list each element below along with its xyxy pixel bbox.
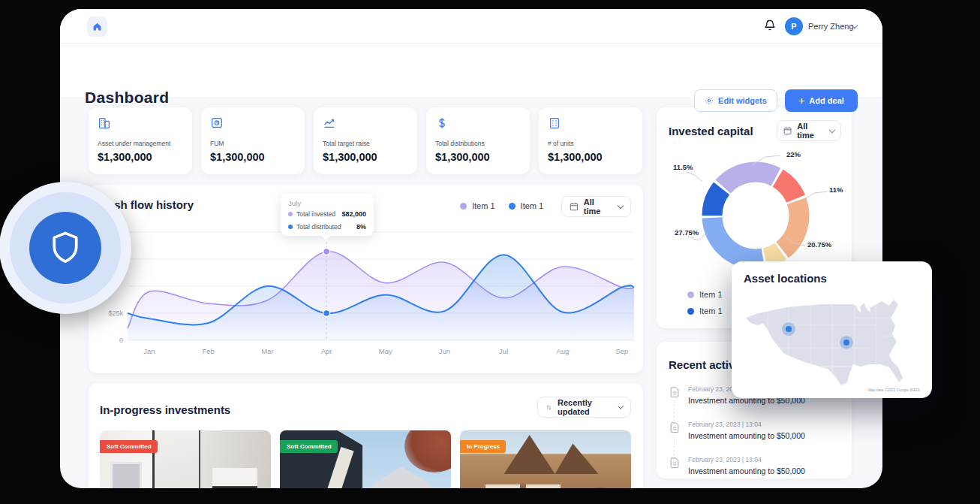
shield-circle xyxy=(29,212,101,284)
donut-label-2775: 27.75% xyxy=(675,228,699,237)
stat-label: # of units xyxy=(548,140,633,147)
legend-item[interactable]: Item 1 xyxy=(509,201,544,210)
chart-line-icon xyxy=(323,116,336,130)
document-icon xyxy=(669,421,681,433)
stat-card-fum[interactable]: FUM $1,300,000 xyxy=(201,107,305,174)
stat-label: FUM xyxy=(210,140,296,147)
legend-label: Item 1 xyxy=(699,306,723,315)
asset-locations-card: Asset locations Map data ©2021 Google IN… xyxy=(732,261,932,398)
property-card[interactable]: Soft Committed xyxy=(280,430,451,488)
user-name[interactable]: Perry Zheng xyxy=(808,22,854,31)
stat-value: $1,300,000 xyxy=(98,151,183,163)
legend-dot xyxy=(687,308,694,315)
screenshot-stage: P Perry Zheng Dashboard Edit widgets + A… xyxy=(0,0,980,504)
asset-locations-title: Asset locations xyxy=(744,272,827,285)
edit-widgets-label: Edit widgets xyxy=(718,96,767,105)
page-title: Dashboard xyxy=(85,89,169,107)
range-label: All time xyxy=(797,122,825,140)
tooltip-dot xyxy=(288,225,293,229)
legend-dot xyxy=(509,203,516,210)
shield-icon xyxy=(49,230,82,266)
stat-label: Total distributions xyxy=(435,140,521,147)
home-icon xyxy=(92,22,102,32)
property-card[interactable]: In Progress xyxy=(460,430,631,488)
legend-item[interactable]: Item 1 xyxy=(687,290,723,299)
app-window: P Perry Zheng Dashboard Edit widgets + A… xyxy=(60,9,882,488)
stat-value: $1,300,000 xyxy=(323,151,408,163)
page-header: Dashboard Edit widgets + Add deal xyxy=(60,44,882,97)
stat-label: Total target raise xyxy=(323,140,408,147)
activity-date: February 23, 2023 | 13:04 xyxy=(688,421,805,428)
tooltip-value: 8% xyxy=(356,223,366,231)
legend-dot xyxy=(687,291,694,298)
invested-range-select[interactable]: All time xyxy=(777,120,841,141)
sort-label: Recently updated xyxy=(558,398,614,416)
stat-card-aum[interactable]: Asset under management $1,300,000 xyxy=(89,107,192,174)
property-photo xyxy=(460,430,631,488)
status-badge: Soft Committed xyxy=(280,440,338,453)
sort-icon xyxy=(546,403,552,412)
home-button[interactable] xyxy=(87,17,107,37)
status-badge: Soft Committed xyxy=(100,440,158,453)
safe-icon xyxy=(210,116,224,130)
activity-date: February 23, 2023 | 13:04 xyxy=(688,456,805,463)
building-icon xyxy=(98,116,111,130)
svg-text:Jan: Jan xyxy=(143,347,155,355)
stat-value: $1,300,000 xyxy=(210,151,296,163)
shield-overlay xyxy=(9,192,122,304)
dollar-icon xyxy=(435,116,449,130)
svg-text:0: 0 xyxy=(119,337,123,344)
chevron-down-icon xyxy=(618,203,624,209)
tooltip-month: July xyxy=(288,199,366,207)
legend-dot xyxy=(460,203,467,210)
in-progress-title: In-progress investments xyxy=(100,403,230,416)
tooltip-label: Total distributed xyxy=(296,223,341,231)
calendar-icon xyxy=(570,202,579,211)
legend-label: Item 1 xyxy=(699,290,723,299)
stat-card-units[interactable]: # of units $1,300,000 xyxy=(539,107,642,174)
cash-flow-range-select[interactable]: All time xyxy=(561,196,631,217)
svg-text:Feb: Feb xyxy=(203,347,215,355)
activity-text: Investment amounting to $50,000 xyxy=(688,431,805,440)
avatar[interactable]: P xyxy=(785,17,803,35)
us-map xyxy=(742,295,922,391)
legend-item[interactable]: Item 1 xyxy=(687,306,723,315)
activity-text: Investment amounting to $50,000 xyxy=(688,466,805,475)
donut-label-22: 22% xyxy=(786,150,801,158)
add-deal-label: Add deal xyxy=(809,96,843,105)
units-icon xyxy=(548,116,561,130)
edit-widgets-button[interactable]: Edit widgets xyxy=(694,89,777,112)
activity-item[interactable]: February 23, 2023 | 13:04 Investment amo… xyxy=(669,416,840,447)
activity-item[interactable]: February 23, 2023 | 13:04 Investment amo… xyxy=(669,451,840,482)
status-badge: In Progress xyxy=(460,440,506,453)
svg-text:Mar: Mar xyxy=(261,347,273,355)
svg-text:Aug: Aug xyxy=(556,347,569,355)
tooltip-value: $82,000 xyxy=(341,210,366,218)
svg-text:Jul: Jul xyxy=(499,347,508,355)
sort-select[interactable]: Recently updated xyxy=(537,397,631,418)
cash-flow-history-card: Cash flow history Item 1 Item 1 All time xyxy=(89,185,643,373)
tooltip-dot xyxy=(288,212,293,216)
donut-label-2075: 20.75% xyxy=(807,240,831,249)
stat-value: $1,300,000 xyxy=(548,151,633,163)
legend-item[interactable]: Item 1 xyxy=(460,201,495,210)
cash-flow-legend: Item 1 Item 1 xyxy=(460,201,543,210)
document-icon xyxy=(669,456,681,469)
svg-text:$25k: $25k xyxy=(108,309,123,317)
stat-card-distributions[interactable]: Total distributions $1,300,000 xyxy=(426,107,530,174)
plus-icon: + xyxy=(798,95,804,106)
invested-capital-title: Invested capital xyxy=(669,125,753,137)
notifications-button[interactable] xyxy=(763,19,778,34)
calendar-icon xyxy=(783,126,792,135)
svg-text:Sep: Sep xyxy=(615,347,628,355)
donut-label-11: 11% xyxy=(829,186,843,194)
add-deal-button[interactable]: + Add deal xyxy=(785,89,858,112)
chevron-down-icon xyxy=(829,127,835,133)
in-progress-investments-card: In-progress investments Recently updated… xyxy=(89,383,643,488)
property-card[interactable]: Soft Committed xyxy=(100,430,271,488)
stat-value: $1,300,000 xyxy=(435,151,521,163)
bell-icon xyxy=(763,19,777,32)
stat-label: Asset under management xyxy=(98,140,183,147)
map-attribution: Map data ©2021 Google INEGI xyxy=(867,388,920,392)
stat-card-target-raise[interactable]: Total target raise $1,300,000 xyxy=(314,107,417,174)
